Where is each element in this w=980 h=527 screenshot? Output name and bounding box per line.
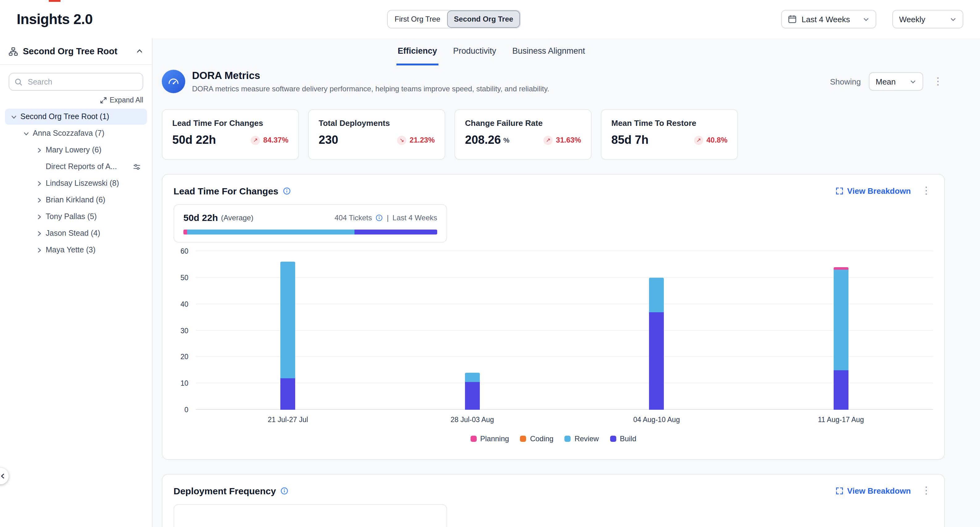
date-range-select[interactable]: Last 4 Weeks: [781, 10, 876, 29]
dora-gauge-icon: [162, 70, 185, 93]
info-icon[interactable]: [280, 487, 288, 495]
chevron-right-icon[interactable]: [34, 195, 44, 205]
tree-item[interactable]: Brian Kirkland (6): [5, 192, 147, 208]
metric-card-title: Lead Time For Changes: [172, 119, 288, 128]
trend-up-icon: ↗: [694, 135, 703, 145]
y-tick-label: 20: [180, 353, 188, 361]
trend-up-icon: ↗: [544, 135, 553, 145]
legend-item-coding: Coding: [520, 435, 554, 443]
search-input[interactable]: [9, 73, 143, 91]
legend-swatch: [565, 436, 571, 442]
tree-item-label: Direct Reports of A...: [46, 162, 117, 171]
metric-card: Mean Time To Restore85d 7h↗40.8%: [601, 109, 738, 160]
bar-column: [380, 251, 565, 410]
trend-value: 31.63%: [556, 136, 581, 144]
tree-item[interactable]: Tony Pallas (5): [5, 209, 147, 225]
date-range-value: Last 4 Weeks: [802, 14, 850, 24]
tree-item[interactable]: Lindsay Liszewski (8): [5, 175, 147, 191]
dora-metric-cards: Lead Time For Changes50d 22h↗84.37%Total…: [162, 109, 945, 160]
section-title: Lead Time For Changes: [173, 186, 278, 196]
sliders-icon[interactable]: [133, 163, 141, 171]
bar-21-jul-27-jul[interactable]: [281, 262, 296, 410]
bar-11-aug-17-aug[interactable]: [834, 267, 848, 410]
expand-all-label: Expand All: [110, 96, 143, 104]
tree-item-label: Second Org Tree Root (1): [21, 112, 109, 121]
render-artifact: [49, 0, 60, 2]
chevron-down-icon[interactable]: [21, 129, 31, 138]
tree-item-label: Jason Stead (4): [46, 229, 100, 238]
info-icon[interactable]: [283, 187, 291, 195]
topbar-controls: Last 4 Weeks Weekly: [781, 10, 963, 29]
view-breakdown-button[interactable]: View Breakdown: [835, 486, 911, 495]
bar-28-jul-03-aug[interactable]: [465, 373, 480, 410]
tab-efficiency[interactable]: Efficiency: [396, 38, 438, 65]
chevron-up-icon[interactable]: [136, 48, 143, 55]
tree-item[interactable]: Second Org Tree Root (1): [5, 109, 147, 125]
lead-time-section: Lead Time For Changes View Breakdown ⋮ 5…: [162, 174, 945, 460]
separator: |: [387, 213, 389, 222]
org-toggle-first-org-tree[interactable]: First Org Tree: [388, 11, 447, 28]
bar-04-aug-10-aug[interactable]: [649, 278, 664, 410]
chevron-right-icon[interactable]: [34, 145, 44, 155]
metric-value-row: 208.26%↗31.63%: [465, 133, 581, 147]
chevron-right-icon[interactable]: [34, 245, 44, 255]
x-tick-label: 21 Jul-27 Jul: [196, 416, 380, 423]
trend-value: 40.8%: [706, 136, 727, 144]
bar-segment-review: [281, 262, 296, 378]
trend-value: 21.23%: [410, 136, 435, 144]
trend-badge: ↗40.8%: [694, 135, 727, 145]
bar-segment-review: [649, 278, 664, 312]
metric-card-value: 230: [319, 133, 338, 147]
metric-card-value: 50d 22h: [172, 133, 216, 147]
chevron-right-icon[interactable]: [34, 178, 44, 188]
showing-select[interactable]: Mean: [869, 72, 923, 91]
chevron-right-icon[interactable]: [34, 228, 44, 238]
legend-label: Planning: [480, 435, 509, 443]
expand-all-button[interactable]: Expand All: [9, 96, 143, 104]
chevron-down-icon[interactable]: [9, 112, 19, 122]
dora-description: DORA metrics measure software delivery p…: [192, 84, 549, 93]
granularity-value: Weekly: [899, 14, 925, 24]
tree-item[interactable]: Maya Yette (3): [5, 242, 147, 258]
metric-card: Change Failure Rate208.26%↗31.63%: [455, 109, 592, 160]
x-axis-labels: 21 Jul-27 Jul28 Jul-03 Aug04 Aug-10 Aug1…: [196, 416, 933, 423]
y-tick-label: 10: [180, 379, 188, 387]
trend-badge: ↗31.63%: [544, 135, 581, 145]
info-icon[interactable]: [376, 214, 383, 221]
org-tree: Second Org Tree Root (1)Anna Scozzafava …: [0, 105, 152, 262]
tree-item[interactable]: Mary Lowery (6): [5, 142, 147, 158]
view-breakdown-button[interactable]: View Breakdown: [835, 186, 911, 195]
deployment-summary: [173, 504, 447, 527]
kebab-menu-icon[interactable]: ⋮: [920, 186, 933, 195]
tab-productivity[interactable]: Productivity: [452, 38, 498, 65]
tree-item[interactable]: Anna Scozzafava (7): [5, 125, 147, 141]
trend-down-icon: ↘: [398, 135, 407, 145]
trend-value: 84.37%: [263, 136, 288, 144]
tree-item[interactable]: Jason Stead (4): [5, 225, 147, 241]
org-toggle-second-org-tree[interactable]: Second Org Tree: [447, 11, 520, 28]
dora-metrics-header: DORA Metrics DORA metrics measure softwa…: [162, 70, 945, 93]
trend-up-icon: ↗: [251, 135, 260, 145]
legend-swatch: [520, 436, 527, 442]
chevron-down-icon: [910, 78, 916, 85]
tree-item[interactable]: Direct Reports of A...: [5, 159, 147, 175]
search-icon: [14, 78, 23, 86]
stack-bar-segment-build: [355, 230, 437, 235]
x-tick-label: 04 Aug-10 Aug: [565, 416, 749, 423]
legend-label: Review: [574, 435, 599, 443]
chevron-right-icon[interactable]: [34, 212, 44, 222]
tab-business-alignment[interactable]: Business Alignment: [511, 38, 586, 65]
expand-icon: [100, 97, 107, 103]
tree-item-label: Maya Yette (3): [46, 246, 95, 254]
chart-legend: PlanningCodingReviewBuild: [173, 435, 933, 443]
chevron-down-icon: [863, 16, 869, 22]
metric-card-value: 85d 7h: [611, 133, 648, 147]
tree-item-label: Brian Kirkland (6): [46, 195, 105, 204]
kebab-menu-icon[interactable]: ⋮: [931, 76, 945, 86]
metric-card-title: Total Deployments: [319, 119, 435, 128]
metric-card-title: Mean Time To Restore: [611, 119, 727, 128]
y-axis: 0102030405060: [173, 251, 196, 410]
kebab-menu-icon[interactable]: ⋮: [920, 486, 933, 495]
granularity-select[interactable]: Weekly: [892, 10, 963, 29]
bar-column: [565, 251, 749, 410]
